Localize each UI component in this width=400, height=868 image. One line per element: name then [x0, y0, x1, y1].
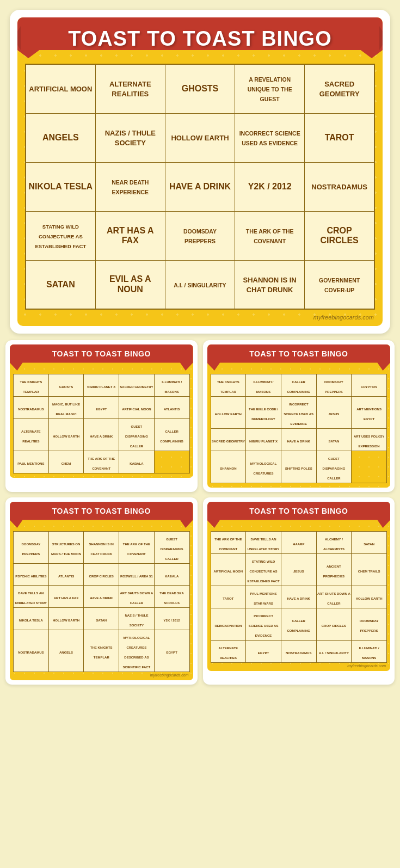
- main-bingo-cell[interactable]: TAROT: [305, 113, 374, 162]
- small-bingo-cell[interactable]: THE KNIGHTS TEMPLAR: [211, 374, 246, 397]
- small-bingo-cell[interactable]: CHEM: [48, 451, 84, 473]
- main-bingo-cell[interactable]: NAZIS / THULE SOCIETY: [95, 113, 165, 162]
- main-bingo-cell[interactable]: SHANNON IS IN CHAT DRUNK: [235, 260, 305, 309]
- small-bingo-cell[interactable]: ART HAS A FAX: [48, 586, 84, 608]
- main-bingo-cell[interactable]: SACRED GEOMETRY: [305, 64, 374, 113]
- small-bingo-cell[interactable]: DOOMSDAY PREPPERS: [14, 532, 49, 564]
- small-bingo-cell[interactable]: ART SHUTS DOWN A CALLER: [316, 586, 352, 608]
- main-bingo-cell[interactable]: GOVERNMENT COVER-UP: [305, 260, 374, 309]
- small-bingo-cell[interactable]: PAUL MENTIONS STAR WARS: [246, 586, 281, 608]
- small-bingo-cell[interactable]: SATAN: [352, 532, 387, 554]
- small-bingo-cell[interactable]: SHANNON IS IN CHAT DRUNK: [84, 532, 119, 564]
- small-bingo-cell[interactable]: MAGIC, BUT LIKE REAL MAGIC: [48, 397, 84, 419]
- main-bingo-cell[interactable]: NIKOLA TESLA: [26, 162, 95, 211]
- small-bingo-cell[interactable]: SACRED GEOMETRY: [211, 429, 246, 451]
- small-bingo-cell[interactable]: ILLUMINATI / MASONS: [154, 374, 189, 397]
- main-bingo-cell[interactable]: HAVE A DRINK: [165, 162, 235, 211]
- small-bingo-cell[interactable]: THE ARK OF THE COVENANT: [119, 532, 155, 564]
- small-bingo-cell[interactable]: ALTERNATE REALITIES: [14, 419, 49, 451]
- small-bingo-cell[interactable]: EGYPT: [84, 397, 119, 419]
- main-bingo-cell[interactable]: EVIL AS A NOUN: [95, 260, 165, 309]
- small-bingo-cell[interactable]: THE ARK OF THE COVENANT: [84, 451, 119, 473]
- main-bingo-cell[interactable]: CROP CIRCLES: [305, 211, 374, 260]
- main-bingo-cell[interactable]: SATAN: [26, 260, 95, 309]
- small-bingo-cell[interactable]: CALLER COMPLAINING: [281, 608, 316, 641]
- small-bingo-cell[interactable]: SATAN: [316, 429, 352, 451]
- small-bingo-cell[interactable]: ILLUMINATI / MASONS: [246, 374, 281, 397]
- small-bingo-cell[interactable]: NOSTRADAMUS: [281, 641, 316, 663]
- small-bingo-cell[interactable]: CALLER COMPLAINING: [154, 419, 189, 451]
- small-bingo-cell[interactable]: SATAN: [84, 608, 119, 630]
- small-bingo-cell[interactable]: GHOSTS: [48, 374, 84, 397]
- small-bingo-cell[interactable]: CHEM TRAILS: [352, 554, 387, 586]
- small-bingo-cell[interactable]: PSYCHIC ABILITIES: [14, 564, 49, 586]
- small-bingo-cell[interactable]: ART USES FOLKSY EXPRESSION: [352, 429, 387, 451]
- small-bingo-cell[interactable]: ARTIFICIAL MOON: [119, 397, 155, 419]
- main-bingo-cell[interactable]: A REVELATION UNIQUE TO THE GUEST: [235, 64, 305, 113]
- small-bingo-cell[interactable]: KABALA: [119, 451, 155, 473]
- small-bingo-cell[interactable]: THE DEAD SEA SCROLLS: [154, 586, 189, 608]
- small-bingo-cell[interactable]: ARTIFICIAL MOON: [211, 554, 246, 586]
- small-bingo-cell[interactable]: SHANNON: [211, 451, 246, 483]
- main-bingo-cell[interactable]: A.I. / SINGULARITY: [165, 260, 235, 309]
- small-bingo-cell[interactable]: EGYPT: [154, 630, 189, 672]
- small-bingo-cell[interactable]: Y2K / 2012: [154, 608, 189, 630]
- small-bingo-cell[interactable]: ATLANTIS: [154, 397, 189, 419]
- small-bingo-cell[interactable]: ALCHEMY / ALCHEMISTS: [316, 532, 352, 554]
- small-bingo-cell[interactable]: STATING WILD CONJECTURE AS ESTABLISHED F…: [246, 554, 281, 586]
- small-bingo-cell[interactable]: THE KNIGHTS TEMPLAR: [14, 374, 49, 397]
- small-bingo-cell[interactable]: HOLLOW EARTH: [211, 397, 246, 429]
- small-bingo-cell[interactable]: HOLLOW EARTH: [48, 419, 84, 451]
- small-bingo-cell[interactable]: SHIFTING POLES: [281, 451, 316, 483]
- small-bingo-cell[interactable]: ATLANTIS: [48, 564, 84, 586]
- small-bingo-cell[interactable]: ART SHUTS DOWN A CALLER: [119, 586, 155, 608]
- small-bingo-cell[interactable]: CALLER COMPLAINING: [281, 374, 316, 397]
- main-bingo-cell[interactable]: ARTIFICIAL MOON: [26, 64, 95, 113]
- small-bingo-cell[interactable]: NOSTRADAMUS: [14, 630, 49, 672]
- small-bingo-cell[interactable]: THE KNIGHTS TEMPLAR: [84, 630, 119, 672]
- small-bingo-cell[interactable]: PAUL MENTIONS: [14, 451, 49, 473]
- small-bingo-cell[interactable]: REINCARNATION: [211, 608, 246, 641]
- small-bingo-cell[interactable]: HAVE A DRINK: [84, 419, 119, 451]
- small-bingo-cell[interactable]: ANGELS: [48, 630, 84, 672]
- main-bingo-cell[interactable]: THE ARK OF THE COVENANT: [235, 211, 305, 260]
- small-bingo-cell[interactable]: GUEST DISPARAGING CALLER: [154, 532, 189, 564]
- main-bingo-cell[interactable]: INCORRECT SCIENCE USED AS EVIDENCE: [235, 113, 305, 162]
- small-bingo-cell[interactable]: SACRED GEOMETRY: [119, 374, 155, 397]
- small-bingo-cell[interactable]: HAVE A DRINK: [281, 429, 316, 451]
- small-bingo-cell[interactable]: INCORRECT SCIENCE USED AS EVIDENCE: [281, 397, 316, 429]
- small-bingo-cell[interactable]: MYTHOLOGICAL CREATURES DESCRIBED AS SCIE…: [119, 630, 155, 672]
- small-bingo-cell[interactable]: DOOMSDAY PREPPERS: [352, 608, 387, 641]
- small-bingo-cell[interactable]: ART MENTIONS EGYPT: [352, 397, 387, 429]
- small-bingo-cell[interactable]: THE ARK OF THE COVENANT: [211, 532, 246, 554]
- small-bingo-cell[interactable]: HOLLOW EARTH: [352, 586, 387, 608]
- small-bingo-cell[interactable]: HOLLOW EARTH: [48, 608, 84, 630]
- small-bingo-cell[interactable]: HAVE A DRINK: [281, 586, 316, 608]
- main-bingo-cell[interactable]: ALTERNATE REALITIES: [95, 64, 165, 113]
- main-bingo-cell[interactable]: HOLLOW EARTH: [165, 113, 235, 162]
- small-bingo-cell[interactable]: CROP CIRCLES: [316, 608, 352, 641]
- small-bingo-cell[interactable]: GUEST DISPARAGING CALLER: [119, 419, 155, 451]
- main-bingo-cell[interactable]: ART HAS A FAX: [95, 211, 165, 260]
- small-bingo-cell[interactable]: ILLUMINATI / MASONS: [352, 641, 387, 663]
- small-bingo-cell[interactable]: NOSTRADAMUS: [14, 397, 49, 419]
- small-bingo-cell[interactable]: KABALA: [154, 564, 189, 586]
- small-bingo-cell[interactable]: DAVE TELLS AN UNRELATED STORY: [14, 586, 49, 608]
- small-bingo-cell[interactable]: JESUS: [281, 554, 316, 586]
- small-bingo-cell[interactable]: CRYPTIDS: [352, 374, 387, 397]
- small-bingo-cell[interactable]: DAVE TELLS AN UNRELATED STORY: [246, 532, 281, 554]
- main-bingo-cell[interactable]: DOOMSDAY PREPPERS: [165, 211, 235, 260]
- small-bingo-cell[interactable]: THE BIBLE CODE / NUMEROLOGY: [246, 397, 281, 429]
- small-bingo-cell[interactable]: INCORRECT SCIENCE USED AS EVIDENCE: [246, 608, 281, 641]
- small-bingo-cell[interactable]: TAROT: [211, 586, 246, 608]
- main-bingo-cell[interactable]: Y2K / 2012: [235, 162, 305, 211]
- small-bingo-cell[interactable]: NAZIS / THULE SOCIETY: [119, 608, 155, 630]
- small-bingo-cell[interactable]: HAARP: [281, 532, 316, 554]
- small-bingo-cell[interactable]: NIBIRU PLANET X: [246, 429, 281, 451]
- small-bingo-cell[interactable]: ANCIENT PROPHECIES: [316, 554, 352, 586]
- small-bingo-cell[interactable]: DOOMSDAY PREPPERS: [316, 374, 352, 397]
- small-bingo-cell[interactable]: NIBIRU PLANET X: [84, 374, 119, 397]
- small-bingo-cell[interactable]: CROP CIRCLES: [84, 564, 119, 586]
- small-bingo-cell[interactable]: STRUCTURES ON MARS / THE MOON: [48, 532, 84, 564]
- small-bingo-cell[interactable]: NIKOLA TESLA: [14, 608, 49, 630]
